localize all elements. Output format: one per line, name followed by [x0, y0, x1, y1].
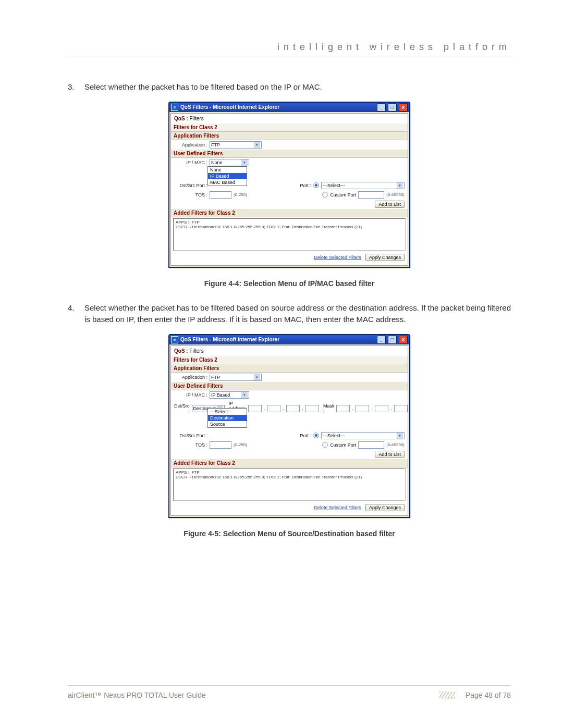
mask-label: Mask :: [323, 403, 335, 414]
added-line-apps: APPS :- FTP: [176, 220, 403, 225]
chevron-down-icon: ▾: [254, 142, 260, 148]
custom-port-label: Custom Port: [330, 442, 356, 448]
dstsrc-option-source[interactable]: Source: [208, 421, 247, 427]
ipmac-dropdown-list[interactable]: None IP Based MAC Based: [207, 166, 247, 186]
application-filters-head: Application Filters: [171, 364, 408, 373]
dstsrcport-label: Dst/Src Port :: [174, 433, 207, 438]
footer-page: Page 48 of 78: [466, 691, 511, 699]
step-4-number: 4.: [68, 302, 76, 326]
dstsrcport-label: Dst/Src Port :: [174, 183, 207, 188]
chevron-down-icon: ▾: [397, 433, 403, 439]
ie-logo-icon: e: [171, 336, 178, 343]
qos-title: QoS : Filters: [171, 346, 408, 356]
figure-4-5-caption: Figure 4-5: Selection Menu of Source/Des…: [68, 529, 511, 538]
minimize-icon[interactable]: _: [377, 336, 386, 344]
port-label: Port :: [300, 433, 311, 438]
ip-octet-3[interactable]: [286, 405, 300, 412]
titlebar: e QoS Filters - Microsoft Internet Explo…: [169, 103, 409, 112]
chevron-down-icon: ▾: [397, 182, 403, 189]
titlebar: e QoS Filters - Microsoft Internet Explo…: [169, 335, 409, 344]
dstsrc-option-destination[interactable]: Destination: [208, 415, 247, 421]
added-filters-head: Added Filters for Class 2: [171, 459, 408, 467]
custom-port-label: Custom Port: [330, 192, 356, 198]
window-title: QoS Filters - Microsoft Internet Explore…: [180, 104, 375, 110]
custom-port-radio[interactable]: [322, 442, 328, 448]
footer-ornament-icon: [439, 692, 455, 699]
tos-hint: (0-255): [234, 442, 247, 447]
port-hint: (0-65535): [386, 192, 405, 197]
ipmac-label: IP / MAC :: [174, 160, 207, 165]
dstsrc-option-select[interactable]: ---Select---: [208, 409, 247, 415]
added-line-apps: APPS :- FTP: [176, 470, 403, 475]
step-4-text: Select whether the packet has to be filt…: [84, 302, 511, 326]
custom-port-radio[interactable]: [322, 192, 328, 198]
ip-octet-4[interactable]: [305, 405, 319, 412]
window-title: QoS Filters - Microsoft Internet Explore…: [180, 337, 375, 342]
ipmac-label: IP / MAC :: [174, 392, 207, 398]
apply-changes-button[interactable]: Apply Changes: [365, 254, 405, 261]
step-3-text: Select whether the packet has to be filt…: [84, 81, 322, 93]
application-select[interactable]: FTP▾: [210, 374, 262, 381]
close-icon[interactable]: X: [399, 336, 408, 344]
figure-4-5-dialog: e QoS Filters - Microsoft Internet Explo…: [168, 334, 410, 518]
added-filters-box[interactable]: APPS :- FTP USER :- Destination/192.168.…: [173, 218, 406, 251]
mask-octet-4[interactable]: [394, 405, 408, 412]
footer-product: airClient™ Nexus PRO TOTAL User Guide: [68, 691, 206, 699]
tos-label: TOS :: [174, 442, 207, 448]
tos-input[interactable]: [210, 441, 231, 449]
delete-selected-filters-link[interactable]: Delete Selected Filters: [314, 505, 361, 510]
port-select-radio[interactable]: [313, 433, 319, 438]
mask-octet-2[interactable]: [356, 405, 369, 412]
step-3-number: 3.: [68, 81, 76, 93]
ip-octet-1[interactable]: [248, 405, 262, 412]
step-4: 4. Select whether the packet has to be f…: [68, 302, 511, 326]
mask-octet-1[interactable]: [336, 405, 350, 412]
qos-title: QoS : Filters: [171, 114, 408, 124]
port-label: Port :: [300, 183, 311, 188]
ip-octet-2[interactable]: [267, 405, 280, 412]
dstsrc-label: Dst/Src :: [174, 403, 190, 414]
added-filters-head: Added Filters for Class 2: [171, 209, 408, 217]
added-filters-box[interactable]: APPS :- FTP USER :- Destination/192.168.…: [173, 468, 406, 501]
ipmac-option-none[interactable]: None: [208, 167, 247, 173]
port-select[interactable]: ---Select---▾: [321, 432, 405, 439]
step-3: 3. Select whether the packet has to be f…: [68, 81, 511, 93]
close-icon[interactable]: X: [399, 103, 408, 112]
tos-input[interactable]: [210, 191, 231, 199]
port-hint: (0-65535): [386, 442, 405, 447]
application-select[interactable]: FTP▾: [210, 141, 262, 149]
tos-hint: (0-255): [234, 192, 247, 197]
figure-4-4-caption: Figure 4-4: Selection Menu of IP/MAC bas…: [68, 279, 511, 288]
application-label: Application :: [174, 142, 207, 147]
application-filters-head: Application Filters: [171, 132, 408, 140]
user-defined-filters-head: User Defined Filters: [171, 382, 408, 390]
ipmac-option-mac[interactable]: MAC Based: [208, 179, 247, 186]
mask-octet-3[interactable]: [375, 405, 388, 412]
chevron-down-icon: ▾: [241, 392, 248, 398]
added-line-user: USER :- Destination/192.168.1.0/255.255.…: [176, 475, 403, 479]
port-select-radio[interactable]: [313, 182, 319, 188]
maximize-icon[interactable]: □: [388, 103, 397, 112]
dstsrc-dropdown-list[interactable]: ---Select--- Destination Source: [207, 408, 247, 428]
minimize-icon[interactable]: _: [377, 103, 386, 112]
figure-4-4-dialog: e QoS Filters - Microsoft Internet Explo…: [168, 102, 410, 268]
tos-label: TOS :: [174, 192, 207, 198]
user-defined-filters-head: User Defined Filters: [171, 150, 408, 158]
application-label: Application :: [174, 375, 207, 380]
filters-for-class-head: Filters for Class 2: [171, 356, 408, 364]
page-header: intelligent wireless platform: [68, 42, 511, 56]
port-select[interactable]: ---Select---▾: [321, 182, 405, 189]
ipmac-select[interactable]: None▾: [210, 159, 249, 166]
add-to-list-button[interactable]: Add to List: [375, 451, 405, 458]
ipmac-option-ip[interactable]: IP Based: [208, 173, 247, 179]
maximize-icon[interactable]: □: [388, 336, 397, 344]
chevron-down-icon: ▾: [241, 159, 248, 166]
filters-for-class-head: Filters for Class 2: [171, 124, 408, 132]
page-footer: airClient™ Nexus PRO TOTAL User Guide Pa…: [68, 685, 511, 699]
custom-port-input[interactable]: [358, 441, 384, 449]
delete-selected-filters-link[interactable]: Delete Selected Filters: [314, 255, 361, 260]
add-to-list-button[interactable]: Add to List: [375, 201, 405, 208]
apply-changes-button[interactable]: Apply Changes: [365, 504, 405, 511]
custom-port-input[interactable]: [358, 191, 384, 199]
ipmac-select[interactable]: IP Based▾: [210, 391, 249, 399]
